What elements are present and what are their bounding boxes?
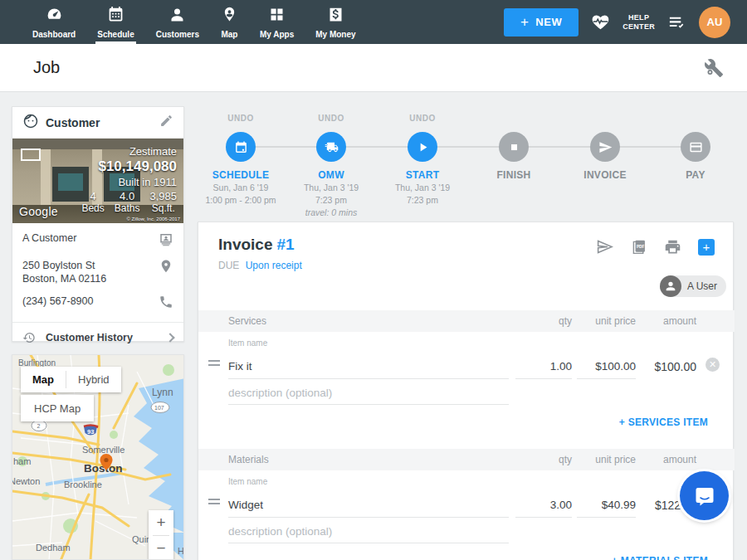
person-icon (168, 6, 186, 27)
built-year: Built in 1911 (81, 176, 177, 188)
drag-handle-icon[interactable] (208, 499, 220, 507)
map-widget[interactable]: Burlington Lynn 107 2 93 Somerville ham … (12, 354, 184, 560)
beds-label: Beds (81, 202, 104, 214)
step-label: OMW (281, 169, 381, 181)
schedule-step-button[interactable] (226, 132, 256, 162)
timeline-step-finish: FINISH (464, 106, 564, 181)
location-pin-icon[interactable] (159, 259, 173, 277)
material-description-input[interactable]: description (optional) (228, 520, 509, 543)
customer-history-row[interactable]: Customer History (12, 322, 183, 352)
step-label: START (373, 169, 472, 181)
pay-step-button[interactable] (681, 132, 710, 162)
user-avatar[interactable]: AU (699, 7, 730, 38)
service-description-input[interactable]: description (optional) (228, 382, 509, 405)
job-tools-wrench-icon[interactable] (704, 58, 724, 78)
service-item-name-input[interactable]: Fix it (228, 353, 509, 379)
customer-address: 250 Boylston StBoston, MA 02116 (22, 259, 106, 285)
step-travel: travel: 0 mins (281, 207, 381, 218)
invoice-due: DUE Upon receipt (218, 260, 302, 271)
add-services-item-link[interactable]: + SERVICES ITEM (619, 416, 708, 428)
customer-face-icon (22, 113, 39, 133)
step-date: Thu, Jan 3 '19 (373, 183, 472, 193)
invoice-number[interactable]: #1 (276, 236, 294, 253)
street-view-icon[interactable] (21, 149, 41, 161)
nav-item-my-money[interactable]: My Money (305, 0, 366, 44)
finish-step-button[interactable] (499, 132, 529, 162)
undo-spacer (555, 114, 655, 125)
map-zoom-out-button[interactable]: − (149, 536, 173, 560)
baths-value: 4.0 (115, 190, 140, 202)
photo-copyright: © Zillow, Inc. 2006-2017 (127, 217, 180, 222)
edit-pencil-icon[interactable] (159, 114, 173, 131)
help-center-button[interactable]: HELP CENTER (622, 13, 655, 32)
contact-card-icon[interactable] (159, 231, 173, 250)
add-invoice-button[interactable]: + (698, 239, 715, 256)
step-date: Thu, Jan 3 '19 (281, 183, 381, 193)
print-icon[interactable] (664, 238, 681, 256)
nav-item-schedule[interactable]: Schedule (86, 0, 144, 44)
chat-fab[interactable] (680, 471, 729, 520)
invoice-step-button[interactable] (590, 132, 620, 162)
undo-link[interactable]: UNDO (191, 114, 290, 125)
pdf-icon[interactable]: PDF (630, 238, 647, 256)
assignee-chip[interactable]: A User (660, 275, 726, 297)
app-root: Dashboard Schedule Customers Map My Apps… (0, 0, 747, 560)
svg-text:PDF: PDF (637, 245, 645, 249)
map-type-map[interactable]: Map (21, 367, 66, 392)
material-unit-price-input[interactable]: $40.99 (577, 491, 636, 518)
map-shield-2: 2 (37, 423, 41, 429)
customer-history-label: Customer History (46, 332, 167, 343)
service-qty-input[interactable]: 1.00 (515, 353, 572, 379)
beds-value: 4 (81, 190, 104, 202)
material-item-name-input[interactable]: Widget (228, 491, 509, 518)
customer-card-title: Customer (46, 116, 159, 129)
map-type-toggle: Map Hybrid (21, 367, 121, 392)
heart-pulse-icon[interactable] (591, 12, 610, 32)
history-clock-icon (22, 331, 36, 344)
phone-icon[interactable] (159, 295, 173, 313)
customer-card: Customer Zestimate $10,149,080 Built in … (12, 106, 184, 342)
add-materials-item-link[interactable]: + MATERIALS ITEM (612, 555, 708, 560)
sqft-label: Sq.ft. (149, 202, 177, 214)
service-amount: $100.00 (622, 353, 696, 379)
delete-service-item-icon[interactable]: ✕ (706, 358, 720, 372)
step-time: 1:00 pm - 2:00 pm (191, 195, 290, 206)
due-value-link[interactable]: Upon receipt (246, 260, 302, 271)
chevron-right-icon (165, 333, 174, 342)
omw-step-button[interactable] (316, 132, 346, 162)
step-label: SCHEDULE (191, 169, 290, 181)
nav-item-dashboard[interactable]: Dashboard (22, 0, 86, 44)
truck-icon (325, 140, 339, 154)
undo-link[interactable]: UNDO (281, 114, 381, 125)
credit-card-icon (689, 140, 703, 154)
activity-list-icon[interactable] (667, 12, 686, 32)
nav-item-my-apps[interactable]: My Apps (249, 0, 305, 44)
start-step-button[interactable] (408, 132, 437, 162)
nav-item-customers[interactable]: Customers (145, 0, 210, 44)
map-label-ham: ham (13, 456, 31, 466)
apps-grid-icon (268, 6, 286, 27)
timeline-step-start: UNDO START Thu, Jan 3 '19 7:23 pm (373, 106, 472, 206)
drag-handle-icon[interactable] (208, 360, 220, 368)
new-button[interactable]: + NEW (504, 8, 579, 37)
material-qty-input[interactable]: 3.00 (515, 491, 572, 518)
photo-detail (41, 149, 51, 205)
customer-address-row: 250 Boylston StBoston, MA 02116 (22, 259, 173, 285)
nav-actions: + NEW HELP CENTER AU (504, 7, 730, 38)
nav-item-map[interactable]: Map (210, 0, 249, 44)
services-title: Services (228, 315, 266, 327)
map-type-hybrid[interactable]: Hybrid (66, 367, 121, 392)
page-header: Job (0, 44, 747, 92)
send-icon (598, 140, 613, 154)
undo-link[interactable]: UNDO (373, 114, 472, 125)
job-status-timeline: UNDO SCHEDULE Sun, Jan 6 '19 1:00 pm - 2… (198, 106, 734, 217)
undo-spacer (464, 114, 564, 125)
step-time: 7:23 pm (281, 195, 381, 206)
nav-menu: Dashboard Schedule Customers Map My Apps… (22, 0, 367, 44)
new-button-label: NEW (535, 16, 562, 28)
amount-column-header: amount (622, 454, 696, 465)
page-title: Job (33, 58, 60, 77)
hcp-map-button[interactable]: HCP Map (21, 395, 94, 421)
map-zoom-in-button[interactable]: + (149, 510, 173, 535)
send-invoice-icon[interactable] (596, 238, 613, 256)
